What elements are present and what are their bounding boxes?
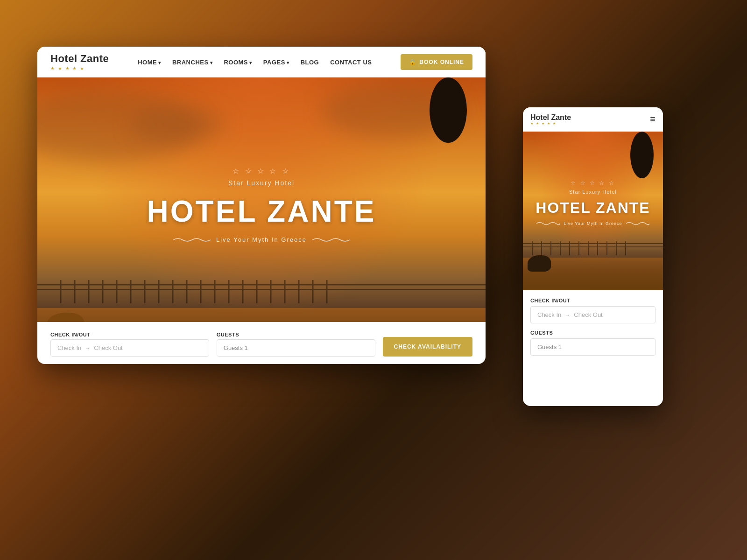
arrow-icon: → xyxy=(85,345,90,351)
guests-value: Guests 1 xyxy=(224,344,248,351)
mobile-guests-value: Guests 1 xyxy=(537,343,562,350)
tree-right xyxy=(430,77,467,143)
brand-stars: ★ ★ ★ ★ ★ xyxy=(50,66,109,71)
hero-divider: Live Your Myth In Greece xyxy=(147,236,376,243)
mobile-rock xyxy=(528,255,551,272)
mobile-checkout-text: Check Out xyxy=(574,311,602,318)
mobile-checkin-field: Check In/Out Check In → Check Out xyxy=(530,298,655,323)
hamburger-icon[interactable]: ≡ xyxy=(650,114,655,125)
mobile-hero-tagline: Live Your Myth In Greece xyxy=(564,221,622,226)
checkout-text: Check Out xyxy=(94,344,122,351)
nav-link-home[interactable]: HOME xyxy=(138,59,161,66)
checkin-text: Check In xyxy=(57,344,81,351)
cloud-3 xyxy=(131,105,224,143)
hero-title: HOTEL ZANTE xyxy=(147,194,376,229)
check-availability-label: CHECK AVAILABILITY xyxy=(394,343,461,350)
nav-item-blog[interactable]: BLOG xyxy=(301,58,319,66)
book-online-button[interactable]: 🔒 BOOK ONLINE xyxy=(401,54,472,70)
hero-content: ☆ ☆ ☆ ☆ ☆ Star Luxury Hotel HOTEL ZANTE … xyxy=(147,167,376,247)
nav-link-blog[interactable]: BLOG xyxy=(301,59,319,66)
pier-svg xyxy=(37,271,486,308)
lock-icon: 🔒 xyxy=(409,59,416,65)
wave-right xyxy=(312,237,350,243)
mobile-arrow-icon: → xyxy=(565,312,570,318)
mobile-wave-right xyxy=(626,221,649,226)
mobile-guests-input[interactable]: Guests 1 xyxy=(530,338,655,356)
mobile-hero-subtitle: Star Luxury Hotel xyxy=(536,189,650,195)
guests-label: Guests xyxy=(217,332,375,337)
desktop-mockup: Hotel Zante ★ ★ ★ ★ ★ HOME BRANCHES ROOM… xyxy=(37,47,486,364)
mobile-hero-divider: Live Your Myth In Greece xyxy=(536,221,650,226)
nav-item-pages[interactable]: PAGES xyxy=(263,58,289,66)
checkin-input[interactable]: Check In → Check Out xyxy=(50,339,209,357)
nav-item-home[interactable]: HOME xyxy=(138,58,161,66)
desktop-navbar: Hotel Zante ★ ★ ★ ★ ★ HOME BRANCHES ROOM… xyxy=(37,47,486,77)
mobile-booking: Check In/Out Check In → Check Out Guests… xyxy=(523,290,663,370)
mobile-brand-stars: ★ ★ ★ ★ ★ xyxy=(530,122,571,126)
nav-item-rooms[interactable]: ROOMS xyxy=(224,58,252,66)
checkin-label: Check In/Out xyxy=(50,332,209,337)
hero-stars: ☆ ☆ ☆ ☆ ☆ xyxy=(147,167,376,175)
mobile-mockup: Hotel Zante ★ ★ ★ ★ ★ ≡ xyxy=(523,107,663,406)
hero-tagline: Live Your Myth In Greece xyxy=(216,236,307,243)
mobile-hero-content: ☆ ☆ ☆ ☆ ☆ Star Luxury Hotel HOTEL ZANTE … xyxy=(528,180,657,229)
nav-menu: HOME BRANCHES ROOMS PAGES BLOG CONTACT U… xyxy=(138,58,372,66)
booking-bar: Check In/Out Check In → Check Out Guests… xyxy=(37,322,486,364)
mobile-wave-left xyxy=(536,221,560,226)
nav-item-contact[interactable]: CONTACT US xyxy=(330,58,372,66)
nav-link-rooms[interactable]: ROOMS xyxy=(224,59,252,66)
guests-field: Guests Guests 1 xyxy=(217,332,375,357)
brand-logo[interactable]: Hotel Zante ★ ★ ★ ★ ★ xyxy=(50,53,109,71)
nav-link-branches[interactable]: BRANCHES xyxy=(172,59,212,66)
mobile-checkin-input[interactable]: Check In → Check Out xyxy=(530,306,655,323)
guests-input[interactable]: Guests 1 xyxy=(217,339,375,357)
mobile-hero: ☆ ☆ ☆ ☆ ☆ Star Luxury Hotel HOTEL ZANTE … xyxy=(523,132,663,290)
desktop-hero: ☆ ☆ ☆ ☆ ☆ Star Luxury Hotel HOTEL ZANTE … xyxy=(37,77,486,364)
wave-left xyxy=(173,237,211,243)
check-availability-button[interactable]: CHECK AVAILABILITY xyxy=(383,337,472,357)
mobile-guests-label: Guests xyxy=(530,330,655,336)
mobile-tree xyxy=(630,132,654,178)
nav-item-branches[interactable]: BRANCHES xyxy=(172,58,212,66)
hero-subtitle: Star Luxury Hotel xyxy=(147,179,376,187)
mobile-brand[interactable]: Hotel Zante ★ ★ ★ ★ ★ xyxy=(530,113,571,126)
mobile-checkin-label: Check In/Out xyxy=(530,298,655,303)
mobile-checkin-text: Check In xyxy=(537,311,561,318)
mobile-hero-title: HOTEL ZANTE xyxy=(536,199,650,217)
mobile-brand-name: Hotel Zante xyxy=(530,113,571,122)
mobile-navbar: Hotel Zante ★ ★ ★ ★ ★ ≡ xyxy=(523,107,663,132)
checkin-field: Check In/Out Check In → Check Out xyxy=(50,332,209,357)
nav-link-pages[interactable]: PAGES xyxy=(263,59,289,66)
mobile-guests-field: Guests Guests 1 xyxy=(530,330,655,356)
mobile-pier-svg xyxy=(523,234,663,258)
book-btn-label: BOOK ONLINE xyxy=(419,59,464,65)
mobile-hero-stars: ☆ ☆ ☆ ☆ ☆ xyxy=(536,180,650,186)
brand-name: Hotel Zante xyxy=(50,53,109,65)
nav-link-contact[interactable]: CONTACT US xyxy=(330,59,372,66)
